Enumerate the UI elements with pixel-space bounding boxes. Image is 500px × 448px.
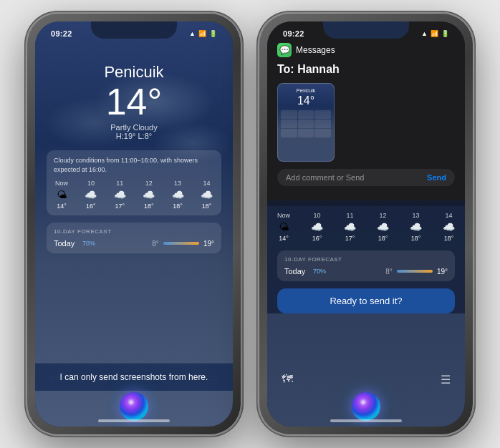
temp-bar-left [163,242,199,245]
hour-item-1: 10 ☁️ 16° [85,180,97,210]
messages-app-icon: 💬 [277,43,292,57]
forecast-section-left: 10-DAY FORECAST Today 70% 8° 19° [47,223,221,253]
send-button[interactable]: Send [427,173,446,182]
comment-input[interactable]: Add comment or Send [286,173,423,182]
messages-to: To: Hannah [277,63,455,76]
screenshot-mini-content: Penicuik 14° [278,84,334,142]
phone-screen-left: 09:22 ▲ 📶 🔋 Penicuik 14° Partly Cloudy H… [35,21,233,427]
city-name-left: Penicuik [47,63,221,82]
forecast-section-right: 10-DAY FORECAST Today 70% 8° 19° [277,250,455,281]
signal-icon-right: ▲ [421,30,428,37]
hour-item-2: 11 ☁️ 17° [114,180,126,210]
hour-item-0: Now 🌤 14° [55,180,68,210]
weather-desc-left: Partly Cloudy H:19° L:8° [47,123,221,140]
status-time-right: 09:22 [283,29,304,38]
forecast-label-right: 10-DAY FORECAST [284,256,448,263]
hour-item-5: 14 ☁️ 18° [201,180,213,210]
hourly-row-left: Now 🌤 14° 10 ☁️ 16° 11 ☁️ 17° [54,180,214,210]
left-phone: 09:22 ▲ 📶 🔋 Penicuik 14° Partly Cloudy H… [27,13,241,435]
signal-icon-left: ▲ [189,30,196,37]
tab-bar-right: 🗺 ☰ [267,370,465,389]
status-bar-right: 09:22 ▲ 📶 🔋 [267,21,465,42]
weather-info-box-left: Cloudy conditions from 11:00–16:00, with… [47,150,221,215]
hour-item-3: 12 ☁️ 18° [143,180,155,210]
forecast-row-left: Today 70% 8° 19° [54,239,214,248]
phone-screen-right: 09:22 ▲ 📶 🔋 💬 Messages To: Hannah [267,21,465,427]
messages-overlay-right: 💬 Messages To: Hannah Penicuik 14° [267,21,465,313]
siri-orb-left[interactable] [120,392,148,421]
cloudy-text-left: Cloudy conditions from 11:00–16:00, with… [54,156,214,174]
weather-below-overlay: Now 🌤 14° 10 ☁️ 16° 11 ☁️ 17° [267,206,465,313]
siri-button-area-left[interactable] [120,392,148,421]
screenshot-preview: Penicuik 14° [277,83,335,162]
temp-high-left: 19° [203,240,214,248]
temperature-left: 14° [47,83,221,120]
status-time-left: 09:22 [51,29,72,38]
right-phone: 09:22 ▲ 📶 🔋 💬 Messages To: Hannah [259,13,473,435]
home-indicator-left [98,419,170,422]
map-icon-right[interactable]: 🗺 [282,373,293,386]
forecast-label-left: 10-DAY FORECAST [54,228,214,235]
wifi-icon-right: 📶 [431,30,438,37]
siri-ready-bar: Ready to send it? [277,288,455,313]
battery-icon-left: 🔋 [209,30,217,37]
forecast-temps-left: 8° 19° [102,240,214,248]
siri-orb-right[interactable] [352,392,380,421]
status-icons-right: ▲ 📶 🔋 [421,30,449,37]
forecast-row-right: Today 70% 8° 19° [284,267,448,276]
siri-text-left: I can only send screenshots from here. [47,372,221,382]
hour-item-4: 13 ☁️ 18° [172,180,184,210]
siri-ready-text: Ready to send it? [289,296,443,306]
forecast-day-left: Today [54,239,82,248]
weather-content-left: Penicuik 14° Partly Cloudy H:19° L:8° Cl… [35,42,233,253]
comment-row[interactable]: Add comment or Send Send [277,169,455,186]
messages-app-row: 💬 Messages [277,43,455,57]
temp-low-left: 8° [152,240,159,248]
hourly-row-right: Now 🌤 14° 10 ☁️ 16° 11 ☁️ 17° [277,206,455,248]
menu-icon-right[interactable]: ☰ [441,373,451,386]
messages-app-name: Messages [296,45,335,55]
wifi-icon-left: 📶 [198,30,206,37]
home-indicator-right [330,419,402,422]
battery-icon-right: 🔋 [441,30,449,37]
forecast-percent-left: 70% [82,240,102,247]
notch-left [91,21,177,39]
siri-bar-left: I can only send screenshots from here. [35,363,233,391]
siri-button-area-right[interactable] [352,392,380,421]
status-icons-left: ▲ 📶 🔋 [189,30,217,37]
messages-panel: 💬 Messages To: Hannah Penicuik 14° [267,21,465,200]
